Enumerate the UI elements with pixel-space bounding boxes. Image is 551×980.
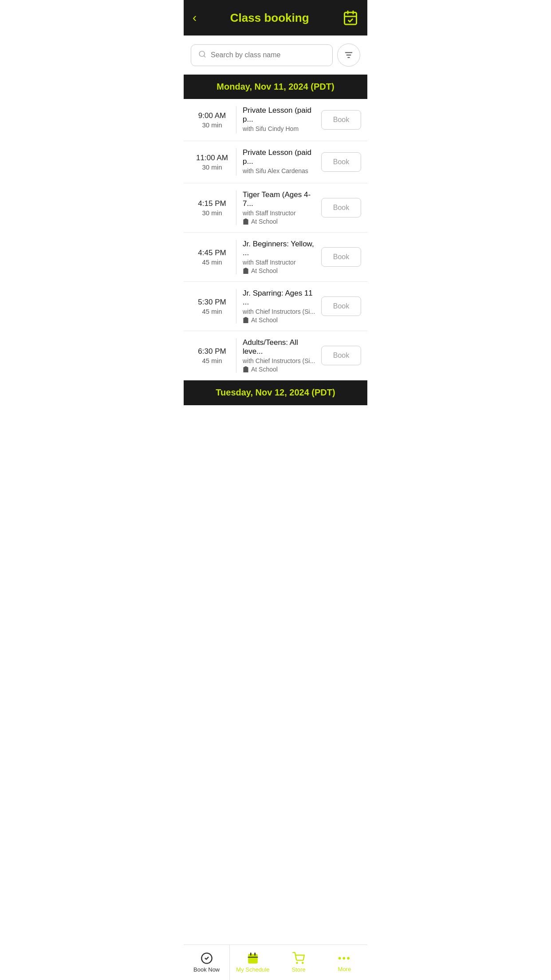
divider [236, 240, 236, 274]
location-icon [243, 218, 249, 225]
class-time: 4:45 PM [190, 249, 234, 257]
class-name: Tiger Team (Ages 4-7... [243, 190, 317, 208]
class-instructor: with Chief Instructors (Si... [243, 308, 317, 315]
book-button[interactable]: Book [321, 346, 361, 365]
class-duration: 30 min [190, 121, 234, 129]
time-col: 11:00 AM 30 min [190, 154, 234, 171]
class-info: Adults/Teens: All leve... with Chief Ins… [238, 338, 321, 373]
class-name: Private Lesson (paid p... [243, 106, 317, 124]
divider [236, 190, 236, 225]
location-icon [243, 268, 249, 274]
filter-button[interactable] [337, 43, 360, 67]
class-location: At School [243, 218, 317, 225]
location-icon [243, 317, 249, 323]
class-instructor: with Staff Instructor [243, 259, 317, 266]
class-info: Jr. Beginners: Yellow, ... with Staff In… [238, 240, 321, 274]
next-date-label: Tuesday, Nov 12, 2024 (PDT) [216, 387, 335, 397]
time-col: 6:30 PM 45 min [190, 347, 234, 364]
book-button[interactable]: Book [321, 110, 361, 130]
class-instructor: with Sifu Alex Cardenas [243, 167, 317, 174]
class-instructor: with Staff Instructor [243, 209, 317, 217]
table-row: 5:30 PM 45 min Jr. Sparring: Ages 11 ...… [184, 282, 367, 331]
divider [236, 106, 236, 134]
class-name: Adults/Teens: All leve... [243, 338, 317, 356]
time-col: 5:30 PM 45 min [190, 298, 234, 315]
class-duration: 45 min [190, 357, 234, 364]
class-duration: 45 min [190, 258, 234, 266]
table-row: 9:00 AM 30 min Private Lesson (paid p...… [184, 99, 367, 141]
time-col: 4:15 PM 30 min [190, 199, 234, 217]
class-time: 5:30 PM [190, 298, 234, 307]
date-header-tuesday: Tuesday, Nov 12, 2024 (PDT) [184, 380, 367, 405]
search-icon [198, 50, 206, 60]
class-time: 6:30 PM [190, 347, 234, 356]
filter-icon [344, 50, 354, 60]
class-time: 4:15 PM [190, 199, 234, 208]
class-duration: 30 min [190, 163, 234, 171]
svg-line-5 [204, 55, 205, 57]
location-label: At School [251, 316, 278, 324]
time-col: 4:45 PM 45 min [190, 249, 234, 266]
class-location: At School [243, 267, 317, 274]
class-name: Private Lesson (paid p... [243, 148, 317, 166]
date-label: Monday, Nov 11, 2024 (PDT) [216, 82, 334, 91]
book-button[interactable]: Book [321, 198, 361, 217]
location-label: At School [251, 366, 278, 373]
calendar-check-icon[interactable] [342, 10, 358, 26]
class-info: Private Lesson (paid p... with Sifu Cind… [238, 106, 321, 134]
search-container [184, 36, 367, 75]
class-info: Tiger Team (Ages 4-7... with Staff Instr… [238, 190, 321, 225]
divider [236, 289, 236, 324]
table-row: 6:30 PM 45 min Adults/Teens: All leve...… [184, 331, 367, 380]
class-instructor: with Chief Instructors (Si... [243, 357, 317, 364]
class-time: 9:00 AM [190, 111, 234, 120]
svg-rect-0 [345, 12, 357, 24]
time-col: 9:00 AM 30 min [190, 111, 234, 129]
location-icon [243, 366, 249, 372]
class-name: Jr. Beginners: Yellow, ... [243, 240, 317, 257]
book-button[interactable]: Book [321, 296, 361, 316]
class-location: At School [243, 366, 317, 373]
table-row: 4:45 PM 45 min Jr. Beginners: Yellow, ..… [184, 233, 367, 282]
divider [236, 338, 236, 373]
divider [236, 148, 236, 176]
class-info: Jr. Sparring: Ages 11 ... with Chief Ins… [238, 289, 321, 324]
app-header: ‹ Class booking [184, 0, 367, 36]
class-location: At School [243, 316, 317, 324]
table-row: 4:15 PM 30 min Tiger Team (Ages 4-7... w… [184, 183, 367, 233]
class-list: 9:00 AM 30 min Private Lesson (paid p...… [184, 99, 367, 380]
class-info: Private Lesson (paid p... with Sifu Alex… [238, 148, 321, 176]
class-duration: 45 min [190, 308, 234, 315]
class-duration: 30 min [190, 209, 234, 217]
class-time: 11:00 AM [190, 154, 234, 162]
class-instructor: with Sifu Cindy Hom [243, 125, 317, 132]
page-title: Class booking [230, 11, 309, 25]
date-header-monday: Monday, Nov 11, 2024 (PDT) [184, 75, 367, 99]
table-row: 11:00 AM 30 min Private Lesson (paid p..… [184, 141, 367, 183]
search-box[interactable] [191, 44, 333, 66]
location-label: At School [251, 218, 278, 225]
class-name: Jr. Sparring: Ages 11 ... [243, 289, 317, 307]
location-label: At School [251, 267, 278, 274]
back-button[interactable]: ‹ [193, 12, 197, 24]
book-button[interactable]: Book [321, 152, 361, 172]
book-button[interactable]: Book [321, 247, 361, 267]
search-input[interactable] [211, 51, 325, 59]
